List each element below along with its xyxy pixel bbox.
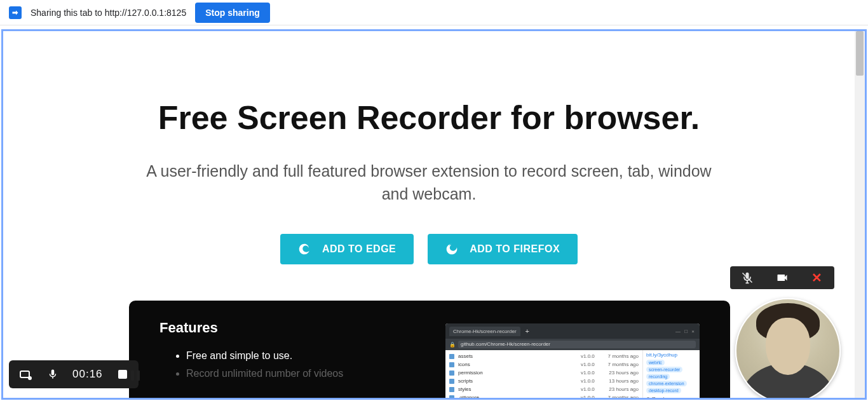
share-icon <box>9 6 22 19</box>
features-list: Free and simple to use. Record unlimited… <box>159 350 433 379</box>
stop-sharing-button[interactable]: Stop sharing <box>195 3 270 23</box>
feature-item: Free and simple to use. <box>186 350 433 362</box>
toggle-camera-button[interactable] <box>772 268 792 288</box>
add-to-edge-button[interactable]: ADD TO EDGE <box>280 234 414 264</box>
demo-meta-row: Readme <box>646 396 696 400</box>
recorder-bar: 00:16 <box>9 360 139 388</box>
demo-file-row: .gitignorev1.0.07 months ago <box>449 393 639 400</box>
close-webcam-button[interactable]: ✕ <box>807 268 827 288</box>
recorder-stop-button[interactable] <box>114 366 131 383</box>
demo-tab: Chrome-Hk/screen-recorder <box>449 327 520 336</box>
select-area-button[interactable] <box>17 366 33 383</box>
mute-mic-button[interactable] <box>737 268 757 288</box>
demo-url: github.com/Chrome-Hk/screen-recorder <box>458 341 696 348</box>
firefox-button-label: ADD TO FIREFOX <box>470 243 560 255</box>
features-panel: Features Free and simple to use. Record … <box>129 301 730 400</box>
demo-newtab-icon: + <box>523 327 532 335</box>
demo-topic-pill: desktop-record <box>646 388 681 393</box>
demo-side-link: bit.ly/3ycdhup <box>646 352 696 358</box>
demo-screenshot: Chrome-Hk/screen-recorder + — □ × 🔒 gith… <box>445 323 700 400</box>
demo-topic-pill: chrome-extension <box>646 381 687 386</box>
sharing-bar: Sharing this tab to http://127.0.0.1:812… <box>0 0 868 25</box>
edge-button-label: ADD TO EDGE <box>322 243 396 255</box>
scrollbar[interactable] <box>855 31 865 398</box>
demo-file-row: assetsv1.0.07 months ago <box>449 352 639 360</box>
firefox-icon <box>445 243 458 255</box>
demo-file-row: scriptsv1.0.013 hours ago <box>449 377 639 385</box>
add-to-firefox-button[interactable]: ADD TO FIREFOX <box>428 234 578 264</box>
features-heading: Features <box>159 320 433 336</box>
demo-file-row: stylesv1.0.023 hours ago <box>449 385 639 393</box>
page-title: Free Screen Recorder for browser. <box>158 99 700 137</box>
webcam-controls: ✕ <box>730 266 834 289</box>
lock-icon: 🔒 <box>449 342 456 348</box>
demo-file-row: permissionv1.0.023 hours ago <box>449 369 639 377</box>
demo-topic-pill: webrtc <box>646 360 665 365</box>
cta-buttons: ADD TO EDGE ADD TO FIREFOX <box>280 234 578 264</box>
edge-icon <box>298 243 311 255</box>
feature-item: Record unlimited number of videos <box>186 368 433 379</box>
demo-window-controls: — □ × <box>675 329 696 334</box>
viewport: Free Screen Recorder for browser. A user… <box>1 29 867 400</box>
recorder-pause-button[interactable] <box>131 370 140 381</box>
recorder-timer: 00:16 <box>72 368 103 381</box>
page-subtitle: A user-friendly and full featured browse… <box>143 160 715 206</box>
demo-topic-pill: screen-recorder <box>646 367 682 372</box>
sharing-status-text: Sharing this tab to http://127.0.0.1:812… <box>31 8 186 18</box>
webcam-preview[interactable] <box>735 298 841 400</box>
demo-topic-pill: recording <box>646 374 670 379</box>
demo-file-row: iconsv1.0.07 months ago <box>449 360 639 369</box>
recorder-mic-button[interactable] <box>44 366 61 383</box>
